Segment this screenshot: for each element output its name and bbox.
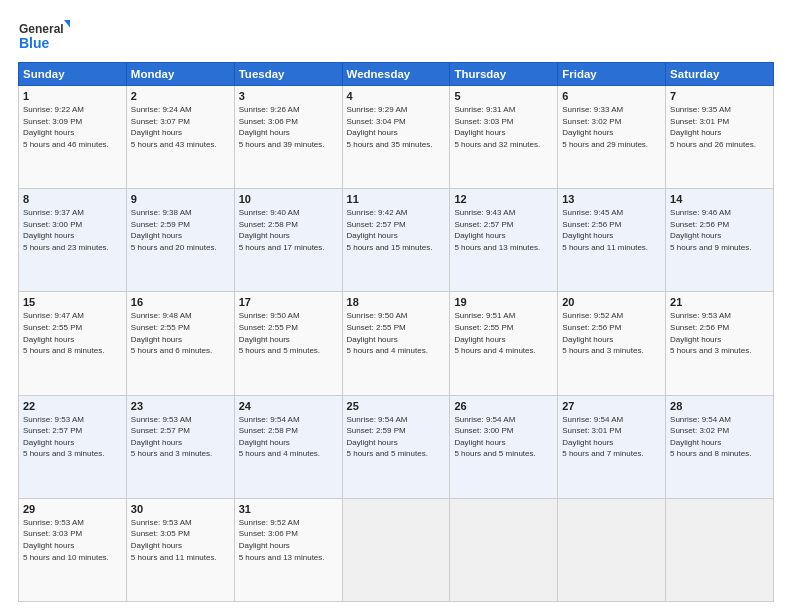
- day-info: Sunrise: 9:53 AMSunset: 3:05 PMDaylight …: [131, 517, 230, 563]
- day-info: Sunrise: 9:22 AMSunset: 3:09 PMDaylight …: [23, 104, 122, 150]
- calendar-week-row: 8 Sunrise: 9:37 AMSunset: 3:00 PMDayligh…: [19, 189, 774, 292]
- calendar-cell: 30 Sunrise: 9:53 AMSunset: 3:05 PMDaylig…: [126, 498, 234, 601]
- day-number: 7: [670, 90, 769, 102]
- day-info: Sunrise: 9:40 AMSunset: 2:58 PMDaylight …: [239, 207, 338, 253]
- svg-marker-2: [64, 20, 70, 30]
- day-info: Sunrise: 9:51 AMSunset: 2:55 PMDaylight …: [454, 310, 553, 356]
- calendar-cell: 24 Sunrise: 9:54 AMSunset: 2:58 PMDaylig…: [234, 395, 342, 498]
- calendar-cell: 25 Sunrise: 9:54 AMSunset: 2:59 PMDaylig…: [342, 395, 450, 498]
- day-info: Sunrise: 9:38 AMSunset: 2:59 PMDaylight …: [131, 207, 230, 253]
- day-number: 2: [131, 90, 230, 102]
- day-number: 3: [239, 90, 338, 102]
- day-number: 19: [454, 296, 553, 308]
- calendar-cell: 17 Sunrise: 9:50 AMSunset: 2:55 PMDaylig…: [234, 292, 342, 395]
- day-number: 31: [239, 503, 338, 515]
- day-number: 23: [131, 400, 230, 412]
- calendar-week-row: 29 Sunrise: 9:53 AMSunset: 3:03 PMDaylig…: [19, 498, 774, 601]
- day-info: Sunrise: 9:53 AMSunset: 2:57 PMDaylight …: [23, 414, 122, 460]
- day-info: Sunrise: 9:50 AMSunset: 2:55 PMDaylight …: [347, 310, 446, 356]
- calendar-cell: 11 Sunrise: 9:42 AMSunset: 2:57 PMDaylig…: [342, 189, 450, 292]
- day-number: 26: [454, 400, 553, 412]
- weekday-header: Wednesday: [342, 63, 450, 86]
- calendar-cell: 4 Sunrise: 9:29 AMSunset: 3:04 PMDayligh…: [342, 86, 450, 189]
- day-number: 27: [562, 400, 661, 412]
- day-info: Sunrise: 9:48 AMSunset: 2:55 PMDaylight …: [131, 310, 230, 356]
- calendar-cell: 13 Sunrise: 9:45 AMSunset: 2:56 PMDaylig…: [558, 189, 666, 292]
- calendar-cell: 28 Sunrise: 9:54 AMSunset: 3:02 PMDaylig…: [666, 395, 774, 498]
- weekday-header: Thursday: [450, 63, 558, 86]
- day-number: 16: [131, 296, 230, 308]
- weekday-header: Sunday: [19, 63, 127, 86]
- day-info: Sunrise: 9:31 AMSunset: 3:03 PMDaylight …: [454, 104, 553, 150]
- day-info: Sunrise: 9:35 AMSunset: 3:01 PMDaylight …: [670, 104, 769, 150]
- calendar-cell: 12 Sunrise: 9:43 AMSunset: 2:57 PMDaylig…: [450, 189, 558, 292]
- calendar-cell: 22 Sunrise: 9:53 AMSunset: 2:57 PMDaylig…: [19, 395, 127, 498]
- day-info: Sunrise: 9:33 AMSunset: 3:02 PMDaylight …: [562, 104, 661, 150]
- day-info: Sunrise: 9:53 AMSunset: 2:57 PMDaylight …: [131, 414, 230, 460]
- day-number: 12: [454, 193, 553, 205]
- calendar-cell: 8 Sunrise: 9:37 AMSunset: 3:00 PMDayligh…: [19, 189, 127, 292]
- logo-svg: General Blue: [18, 18, 70, 56]
- day-info: Sunrise: 9:37 AMSunset: 3:00 PMDaylight …: [23, 207, 122, 253]
- day-number: 22: [23, 400, 122, 412]
- calendar-week-row: 15 Sunrise: 9:47 AMSunset: 2:55 PMDaylig…: [19, 292, 774, 395]
- calendar-table: SundayMondayTuesdayWednesdayThursdayFrid…: [18, 62, 774, 602]
- day-number: 15: [23, 296, 122, 308]
- svg-text:General: General: [19, 22, 64, 36]
- day-info: Sunrise: 9:54 AMSunset: 3:02 PMDaylight …: [670, 414, 769, 460]
- day-number: 21: [670, 296, 769, 308]
- calendar-cell: 26 Sunrise: 9:54 AMSunset: 3:00 PMDaylig…: [450, 395, 558, 498]
- calendar-cell: 21 Sunrise: 9:53 AMSunset: 2:56 PMDaylig…: [666, 292, 774, 395]
- calendar-cell: 10 Sunrise: 9:40 AMSunset: 2:58 PMDaylig…: [234, 189, 342, 292]
- calendar-week-row: 22 Sunrise: 9:53 AMSunset: 2:57 PMDaylig…: [19, 395, 774, 498]
- calendar-cell: [342, 498, 450, 601]
- day-number: 18: [347, 296, 446, 308]
- day-number: 24: [239, 400, 338, 412]
- day-info: Sunrise: 9:54 AMSunset: 3:00 PMDaylight …: [454, 414, 553, 460]
- page: General Blue SundayMondayTuesdayWednesda…: [0, 0, 792, 612]
- day-number: 17: [239, 296, 338, 308]
- header: General Blue: [18, 18, 774, 56]
- calendar-cell: [450, 498, 558, 601]
- calendar-cell: 14 Sunrise: 9:46 AMSunset: 2:56 PMDaylig…: [666, 189, 774, 292]
- calendar-cell: 7 Sunrise: 9:35 AMSunset: 3:01 PMDayligh…: [666, 86, 774, 189]
- day-info: Sunrise: 9:45 AMSunset: 2:56 PMDaylight …: [562, 207, 661, 253]
- day-info: Sunrise: 9:54 AMSunset: 2:58 PMDaylight …: [239, 414, 338, 460]
- weekday-header: Friday: [558, 63, 666, 86]
- calendar-cell: 15 Sunrise: 9:47 AMSunset: 2:55 PMDaylig…: [19, 292, 127, 395]
- day-info: Sunrise: 9:52 AMSunset: 2:56 PMDaylight …: [562, 310, 661, 356]
- day-info: Sunrise: 9:53 AMSunset: 2:56 PMDaylight …: [670, 310, 769, 356]
- logo: General Blue: [18, 18, 70, 56]
- day-number: 28: [670, 400, 769, 412]
- weekday-header: Tuesday: [234, 63, 342, 86]
- day-info: Sunrise: 9:24 AMSunset: 3:07 PMDaylight …: [131, 104, 230, 150]
- day-info: Sunrise: 9:29 AMSunset: 3:04 PMDaylight …: [347, 104, 446, 150]
- calendar-cell: 19 Sunrise: 9:51 AMSunset: 2:55 PMDaylig…: [450, 292, 558, 395]
- day-number: 30: [131, 503, 230, 515]
- calendar-cell: 5 Sunrise: 9:31 AMSunset: 3:03 PMDayligh…: [450, 86, 558, 189]
- day-info: Sunrise: 9:50 AMSunset: 2:55 PMDaylight …: [239, 310, 338, 356]
- weekday-header: Monday: [126, 63, 234, 86]
- calendar-cell: 18 Sunrise: 9:50 AMSunset: 2:55 PMDaylig…: [342, 292, 450, 395]
- day-number: 25: [347, 400, 446, 412]
- day-info: Sunrise: 9:54 AMSunset: 2:59 PMDaylight …: [347, 414, 446, 460]
- day-number: 4: [347, 90, 446, 102]
- day-number: 8: [23, 193, 122, 205]
- day-info: Sunrise: 9:54 AMSunset: 3:01 PMDaylight …: [562, 414, 661, 460]
- day-info: Sunrise: 9:53 AMSunset: 3:03 PMDaylight …: [23, 517, 122, 563]
- svg-text:Blue: Blue: [19, 35, 50, 51]
- calendar-cell: 9 Sunrise: 9:38 AMSunset: 2:59 PMDayligh…: [126, 189, 234, 292]
- calendar-cell: 1 Sunrise: 9:22 AMSunset: 3:09 PMDayligh…: [19, 86, 127, 189]
- day-number: 10: [239, 193, 338, 205]
- calendar-week-row: 1 Sunrise: 9:22 AMSunset: 3:09 PMDayligh…: [19, 86, 774, 189]
- calendar-cell: 3 Sunrise: 9:26 AMSunset: 3:06 PMDayligh…: [234, 86, 342, 189]
- calendar-cell: 20 Sunrise: 9:52 AMSunset: 2:56 PMDaylig…: [558, 292, 666, 395]
- day-info: Sunrise: 9:46 AMSunset: 2:56 PMDaylight …: [670, 207, 769, 253]
- calendar-cell: [558, 498, 666, 601]
- day-info: Sunrise: 9:43 AMSunset: 2:57 PMDaylight …: [454, 207, 553, 253]
- calendar-cell: 2 Sunrise: 9:24 AMSunset: 3:07 PMDayligh…: [126, 86, 234, 189]
- calendar-cell: 31 Sunrise: 9:52 AMSunset: 3:06 PMDaylig…: [234, 498, 342, 601]
- day-info: Sunrise: 9:52 AMSunset: 3:06 PMDaylight …: [239, 517, 338, 563]
- day-number: 29: [23, 503, 122, 515]
- day-info: Sunrise: 9:26 AMSunset: 3:06 PMDaylight …: [239, 104, 338, 150]
